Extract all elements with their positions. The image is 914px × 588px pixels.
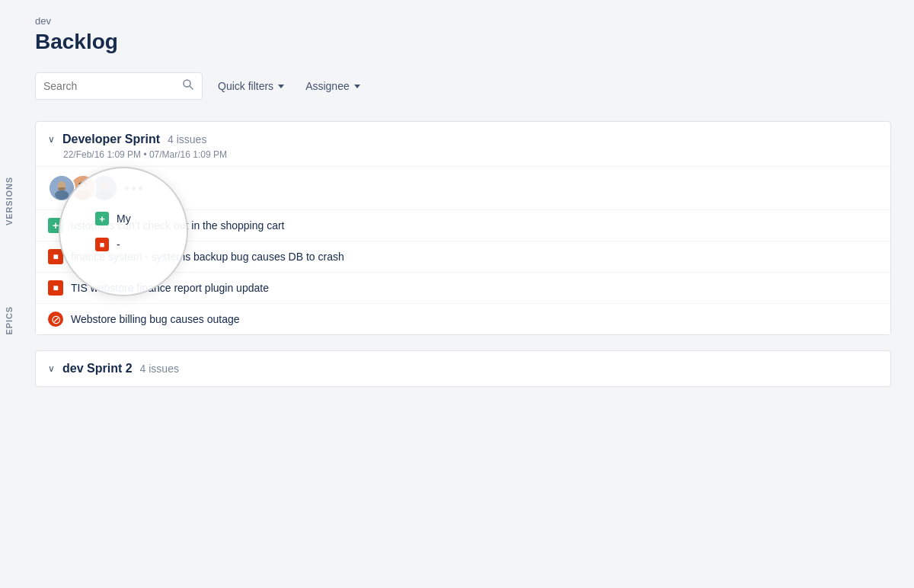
issue-2-icon: ■ [48, 249, 63, 264]
toolbar: Quick filters Assignee [35, 72, 891, 100]
quick-filters-label: Quick filters [218, 80, 273, 92]
sprint1-title-row: ∨ Developer Sprint 4 issues [48, 133, 878, 146]
sprint1-section: ∨ Developer Sprint 4 issues 22/Feb/16 1:… [35, 121, 891, 335]
search-input[interactable] [43, 80, 182, 92]
sprint1-chevron-icon[interactable]: ∨ [48, 134, 55, 145]
svg-rect-5 [59, 187, 66, 190]
sprint1-header: ∨ Developer Sprint 4 issues 22/Feb/16 1:… [36, 122, 890, 167]
popup-red-square-icon: ■ [95, 238, 109, 251]
avatars-container: ••• + My ■ - [36, 167, 890, 209]
issue-row-4[interactable]: ⊘ Webstore billing bug causes outage [36, 303, 890, 334]
assignee-button[interactable]: Assignee [299, 75, 366, 97]
search-box[interactable] [35, 72, 203, 100]
versions-sidebar-label[interactable]: VERSIONS [5, 168, 14, 235]
popup-item-red[interactable]: ■ - [83, 232, 133, 257]
quick-filter-circle-popup: + My ■ - [59, 167, 188, 296]
sprint2-name: dev Sprint 2 [62, 362, 133, 375]
sprint2-chevron-icon[interactable]: ∨ [48, 363, 55, 374]
breadcrumb: dev [35, 15, 891, 27]
issue-4-icon: ⊘ [48, 312, 63, 327]
sprint2-section: ∨ dev Sprint 2 4 issues [35, 350, 891, 387]
sprint1-name: Developer Sprint [62, 133, 160, 146]
sidebar-left: VERSIONS EPICS [0, 0, 27, 588]
search-icon [182, 78, 194, 94]
sprint1-dates: 22/Feb/16 1:09 PM • 07/Mar/16 1:09 PM [48, 149, 878, 160]
page-title: Backlog [35, 30, 891, 54]
svg-point-4 [55, 190, 69, 200]
main-content: dev Backlog Quick filters Assignee [27, 0, 914, 588]
popup-dash-label: - [117, 238, 120, 251]
sprint2-issue-count: 4 issues [140, 363, 179, 375]
issue-3-icon: ■ [48, 280, 63, 296]
quick-filters-button[interactable]: Quick filters [212, 75, 290, 97]
svg-line-1 [190, 86, 193, 89]
assignee-label: Assignee [305, 80, 350, 92]
sprint2-title-row: ∨ dev Sprint 2 4 issues [48, 362, 878, 375]
popup-my-label: My [117, 213, 131, 225]
popup-item-my[interactable]: + My [83, 206, 143, 232]
popup-green-plus-icon: + [95, 212, 109, 225]
issue-4-text: Webstore billing bug causes outage [71, 313, 240, 325]
sprint1-issue-count: 4 issues [168, 133, 206, 145]
assignee-chevron-icon [354, 85, 360, 88]
quick-filters-chevron-icon [278, 85, 284, 88]
epics-sidebar-label[interactable]: EPICS [5, 297, 14, 344]
